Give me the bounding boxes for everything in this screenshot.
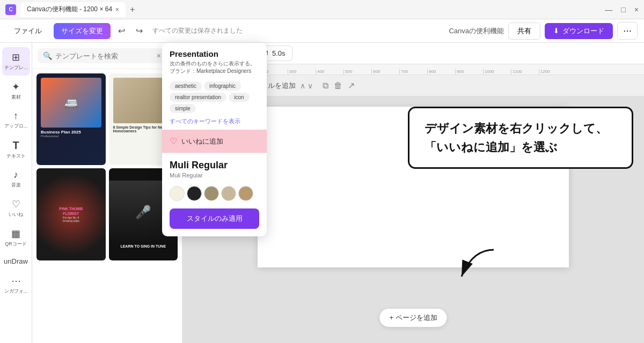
like-button[interactable]: ♡ いいねに追加	[162, 130, 267, 153]
popup-colors	[162, 182, 267, 205]
sidebar-label-brand: 音楽	[11, 182, 21, 189]
undo-button[interactable]: ↩	[115, 24, 128, 38]
tag-icon[interactable]: icon	[229, 93, 249, 102]
popup-title: Presentation	[170, 49, 259, 58]
feature-name: Canvaの便利機能	[449, 26, 504, 36]
color-swatch-4[interactable]	[221, 186, 236, 201]
maximize-button[interactable]: □	[621, 5, 625, 14]
annotation-arrow	[456, 244, 499, 289]
color-swatch-1[interactable]	[170, 186, 185, 201]
ruler-mark-1100: 1100	[511, 69, 539, 74]
upload-icon: ↑	[13, 110, 18, 122]
resize-button[interactable]: サイズを変更	[54, 23, 111, 39]
popup-font-section: Muli Regular Muli Regular	[162, 153, 267, 182]
tag-simple[interactable]: simple	[170, 104, 196, 113]
share-button[interactable]: 共有	[508, 23, 540, 40]
delete-page-button[interactable]: 🗑	[333, 79, 343, 92]
annotation-box: デザイン素材を右クリックして、「いいねに追加」を選ぶ	[408, 107, 633, 169]
sidebar-item-elements[interactable]: ✦ 素材	[2, 77, 30, 105]
more-options-button[interactable]: ⋯	[617, 22, 638, 40]
minimize-button[interactable]: —	[605, 5, 612, 14]
template-card-business-plan[interactable]: 🚐 Business Plan 2025 Professional	[36, 73, 106, 165]
ruler-mark-800: 800	[427, 69, 455, 74]
sidebar-item-upload[interactable]: ↑ アップロ...	[2, 106, 30, 134]
ruler-mark-400: 400	[316, 69, 343, 74]
sidebar-item-text[interactable]: T テキスト	[2, 135, 30, 164]
popup-desc: 次の条件のものをさらに表示する。ブランド：Marketplace Designe…	[170, 60, 259, 75]
browser-tab-title: Canvaの便利機能 - 1200 × 64	[27, 5, 112, 14]
file-menu-button[interactable]: ファイル	[6, 23, 49, 39]
panel-search: 🔍 × ⚙	[32, 43, 182, 69]
template-thumb-image: 🚐	[41, 78, 101, 128]
browser-tab-close[interactable]: ×	[115, 6, 119, 13]
color-swatch-3[interactable]	[204, 186, 219, 201]
page-nav-down[interactable]: ∨	[308, 81, 313, 90]
sidebar-label-more: ンガフォ...	[4, 288, 28, 295]
sidebar-label-text: テキスト	[6, 153, 26, 160]
app-toolbar: ファイル サイズを変更 ↩ ↪ すべての変更は保存されました Canvaの便利機…	[0, 19, 644, 43]
browser-controls: — □ ×	[605, 5, 639, 14]
browser-tab[interactable]: Canvaの便利機能 - 1200 × 64 ×	[20, 2, 126, 17]
search-clear-icon[interactable]: ×	[157, 51, 161, 60]
tag-aesthetic[interactable]: aesthetic	[170, 81, 202, 91]
browser-bar: C Canvaの便利機能 - 1200 × 64 × + — □ ×	[0, 0, 644, 19]
page-actions: ⧉ 🗑 ↗	[321, 79, 356, 92]
add-page-button[interactable]: + ページを追加	[379, 309, 447, 327]
undraw-icon: unDraw	[4, 257, 28, 265]
color-swatch-2[interactable]	[187, 186, 202, 201]
color-swatch-5[interactable]	[238, 186, 253, 201]
download-label: ダウンロード	[562, 26, 604, 36]
search-input[interactable]	[55, 52, 153, 60]
template-thumb-title: Business Plan 2025	[41, 130, 101, 135]
show-all-keywords[interactable]: すべてのキーワードを表示	[162, 116, 267, 130]
like-icon: ♡	[12, 198, 20, 210]
ruler-mark-1200: 1200	[539, 69, 567, 74]
new-tab-button[interactable]: +	[130, 5, 135, 14]
florist-subtitle: Pro tips No. 9Growing tulips	[62, 216, 79, 222]
tag-realtor[interactable]: realtor presentation	[170, 93, 226, 102]
template-thumb-subtitle: Professional	[41, 135, 101, 138]
browser-logo: C	[5, 4, 16, 15]
sidebar-label-like: いいね	[9, 211, 23, 218]
template-detail-popup: Presentation 次の条件のものをさらに表示する。ブランド：Market…	[162, 43, 267, 236]
ruler-mark-300: 300	[288, 69, 316, 74]
sidebar-item-like[interactable]: ♡ いいね	[2, 194, 30, 222]
ruler-mark-500: 500	[343, 69, 371, 74]
download-button[interactable]: ⬇ ダウンロード	[545, 23, 613, 39]
template-card-florist[interactable]: PINK THUMBFLORIST Pro tips No. 9Growing …	[36, 168, 106, 260]
ruler-mark-900: 900	[455, 69, 483, 74]
sidebar-label-template: テンプレ...	[4, 64, 28, 71]
ruler-mark-600: 600	[371, 69, 399, 74]
toolbar-right: Canvaの便利機能 共有 ⬇ ダウンロード ⋯	[449, 22, 638, 40]
sidebar-item-undraw[interactable]: unDraw	[2, 253, 30, 270]
brand-icon: ♪	[13, 169, 18, 181]
template-panel: 🔍 × ⚙ 🚐 Business Plan 2025 Professional	[32, 43, 182, 343]
popup-font-name: Muli Regular	[170, 160, 259, 171]
template-panel-content: 🚐 Business Plan 2025 Professional 8 Simp…	[32, 69, 182, 343]
search-wrap[interactable]: 🔍 × ⚙	[38, 48, 177, 63]
more-icon: ⋯	[11, 275, 21, 287]
saved-status: すべての変更は保存されました	[152, 26, 243, 35]
sidebar-item-brand[interactable]: ♪ 音楽	[2, 165, 30, 193]
like-heart-icon: ♡	[170, 136, 177, 146]
close-button[interactable]: ×	[634, 5, 639, 14]
elements-icon: ✦	[12, 81, 20, 93]
sidebar-label-qr: QRコード	[5, 241, 27, 248]
redo-button[interactable]: ↪	[133, 24, 146, 38]
annotation-text: デザイン素材を右クリックして、「いいねに追加」を選ぶ	[425, 122, 608, 154]
popup-header: Presentation 次の条件のものをさらに表示する。ブランド：Market…	[162, 43, 267, 78]
template-grid: 🚐 Business Plan 2025 Professional 8 Simp…	[36, 73, 178, 260]
more-page-options[interactable]: ↗	[347, 79, 356, 92]
tag-infographic[interactable]: infographic	[204, 81, 241, 91]
florist-title: PINK THUMBFLORIST	[59, 206, 83, 216]
sidebar-item-more[interactable]: ⋯ ンガフォ...	[2, 271, 30, 299]
template-icon: ⊞	[12, 51, 20, 63]
apply-style-button[interactable]: スタイルのみ適用	[170, 208, 259, 229]
sidebar-item-template[interactable]: ⊞ テンプレ...	[2, 47, 30, 76]
main-layout: ⊞ テンプレ... ✦ 素材 ↑ アップロ... T テキスト ♪ 音楽 ♡ い…	[0, 43, 644, 343]
download-icon: ⬇	[553, 27, 559, 35]
sidebar-item-qr[interactable]: ▦ QRコード	[2, 223, 30, 252]
sing-title: LEARN TO SING IN TUNE	[120, 244, 166, 248]
page-nav-up[interactable]: ∧	[300, 81, 305, 90]
duplicate-page-button[interactable]: ⧉	[321, 79, 330, 92]
